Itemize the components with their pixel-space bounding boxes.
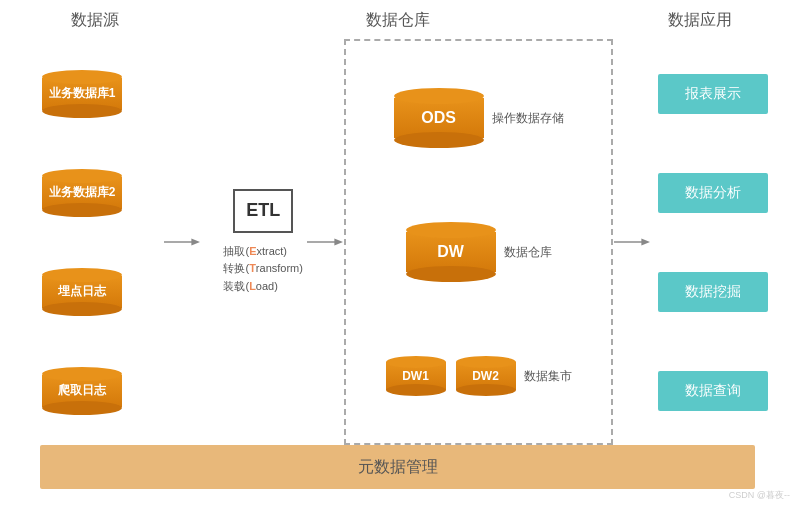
dw2-cylinder: DW2 [456,356,516,396]
log2-top [42,367,122,381]
arrow-to-warehouse-icon [307,232,343,252]
content-area: 数据源 数据仓库 数据应用 业务数据库1 业务数据库2 [0,0,795,507]
application-col: 报表展示 数据分析 数据挖掘 数据查询 [651,39,775,445]
arrow-to-warehouse-col [306,39,344,445]
dw-bottom [406,266,496,282]
app-label-3: 数据挖掘 [685,283,741,301]
svg-marker-3 [335,238,344,245]
dw1-bottom [386,384,446,396]
etl-label: ETL [246,200,280,221]
log1-cylinder: 埋点日志 [42,268,122,316]
etl-box: ETL [233,189,293,233]
arrow-to-etl-col [144,39,220,445]
arrow-to-app-col [613,39,651,445]
db1-top [42,70,122,84]
arrow-to-app [614,232,650,252]
watermark: CSDN @暮夜-- [729,489,790,502]
app-box-4: 数据查询 [658,371,768,411]
svg-marker-5 [641,238,650,245]
db2-top [42,169,122,183]
app-label-1: 报表展示 [685,85,741,103]
arrow-to-etl [164,232,200,252]
arrow-to-app-icon [614,232,650,252]
app-box-2: 数据分析 [658,173,768,213]
dw-row: DW1 DW2 [386,356,516,396]
dw-cylinder: DW [406,222,496,282]
datasource-col: 业务数据库1 业务数据库2 埋点日志 爬取日志 [20,39,144,445]
log2-cylinder: 爬取日志 [42,367,122,415]
main-container: 数据源 数据仓库 数据应用 业务数据库1 业务数据库2 [0,0,795,507]
app-label-2: 数据分析 [685,184,741,202]
dw-top [406,222,496,238]
dw2-top [456,356,516,368]
ods-item: ODS 操作数据存储 [361,88,596,148]
dw2-bottom [456,384,516,396]
ods-bottom [394,132,484,148]
etl-load: 装载(Load) [223,278,302,296]
dw1-cylinder: DW1 [386,356,446,396]
etl-section: ETL 抽取(Extract) 转换(Transform) 装载(Load) [220,39,306,445]
log1-top [42,268,122,282]
log2-bottom [42,401,122,415]
etl-extract: 抽取(Extract) [223,243,302,261]
etl-transform: 转换(Transform) [223,260,302,278]
db1-bottom [42,104,122,118]
svg-marker-1 [191,238,200,245]
bottom-label: 元数据管理 [358,457,438,478]
app-box-3: 数据挖掘 [658,272,768,312]
app-box-1: 报表展示 [658,74,768,114]
ods-desc: 操作数据存储 [492,110,564,127]
warehouse-header: 数据仓库 [218,10,578,31]
warehouse-col: ODS 操作数据存储 DW 数据仓库 [344,39,613,445]
db2-cylinder: 业务数据库2 [42,169,122,217]
dw-item: DW 数据仓库 [361,222,596,282]
application-header: 数据应用 [635,10,765,31]
db2-bottom [42,203,122,217]
ods-cylinder: ODS [394,88,484,148]
log1-bottom [42,302,122,316]
bottom-bar: 元数据管理 [40,445,755,489]
dmart-desc: 数据集市 [524,368,572,385]
headers-row: 数据源 数据仓库 数据应用 [20,10,775,31]
dw1-top [386,356,446,368]
arrow-to-etl-icon [164,232,200,252]
app-label-4: 数据查询 [685,382,741,400]
dw1-dw2-item: DW1 DW2 数据集市 [361,356,596,396]
db1-cylinder: 业务数据库1 [42,70,122,118]
diagram-row: 业务数据库1 业务数据库2 埋点日志 爬取日志 [20,39,775,445]
arrow-to-warehouse [307,232,343,252]
datasource-header: 数据源 [30,10,160,31]
ods-top [394,88,484,104]
etl-labels: 抽取(Extract) 转换(Transform) 装载(Load) [223,243,302,296]
dw-desc: 数据仓库 [504,244,552,261]
